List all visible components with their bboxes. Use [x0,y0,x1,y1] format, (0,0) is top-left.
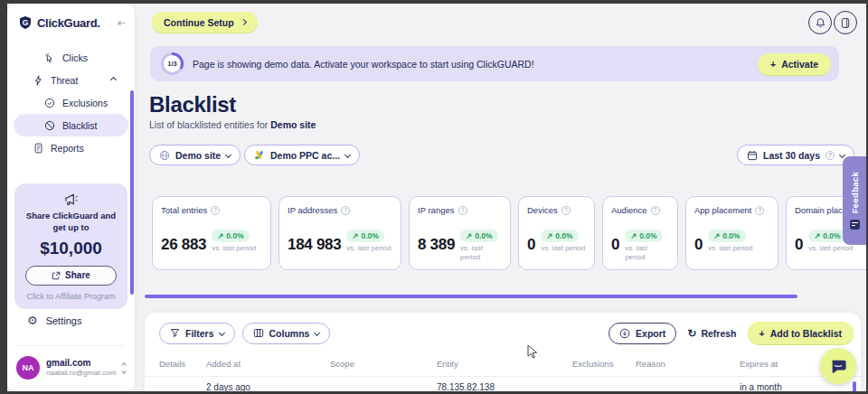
vs-period-label: vs. last period [808,244,853,253]
table-vertical-scrollbar[interactable] [853,381,856,391]
stat-label: IP addresses [288,205,337,215]
col-entity[interactable]: Entity [437,359,572,369]
trend-up-icon: ↗ [546,231,552,240]
sidebar-item-clicks[interactable]: Clicks [14,46,128,69]
chevron-down-icon [314,330,320,336]
continue-setup-button[interactable]: Continue Setup [152,12,258,33]
shield-logo-icon: G [18,15,33,30]
sidebar-divider [18,345,124,346]
trend-up-icon: ↗ [814,231,820,240]
stat-card-devices: Devices? 0 ↗0.0%vs. last period [518,196,595,270]
share-button[interactable]: Share [25,266,117,286]
cell-expires-at: in a month [740,382,861,391]
guide-button[interactable] [834,11,857,34]
refresh-label: Refresh [701,328,736,339]
refresh-button[interactable]: ↻ Refresh [684,327,740,340]
logo: G ClickGuard. ⇤ [7,4,135,37]
add-to-blacklist-label: Add to Blacklist [770,328,842,339]
sidebar-item-exclusions[interactable]: Exclusions [14,91,128,114]
sidebar-item-threat[interactable]: Threat [14,69,128,91]
globe-icon [159,150,170,161]
book-icon [840,17,851,29]
help-icon[interactable]: ? [755,206,764,215]
trend-badge: ↗0.0% [541,230,579,242]
stat-card-app-placement: App placement? 0 ↗0.0%vs. last period [685,196,778,270]
trend-badge: ↗0.0% [625,230,663,242]
cell-entity: 78.135.82.138 [437,382,572,391]
filters-button[interactable]: Filters [159,323,235,344]
lightning-icon [33,75,43,86]
trend-up-icon: ↗ [217,231,223,240]
feedback-tab[interactable]: Feedback [843,156,866,245]
sidebar-item-blacklist[interactable]: Blacklist [14,114,128,136]
table-row[interactable]: 2 days ago 78.135.82.138 in a month [145,382,861,391]
export-label: Export [636,328,665,339]
check-circle-icon [44,98,55,108]
col-scope[interactable]: Scope [330,359,437,369]
chat-bubble-icon [829,358,847,375]
filters-label: Filters [185,328,214,339]
sidebar-item-reports[interactable]: Reports [14,136,128,159]
stats-cards-row: Total entries? 26 883 ↗0.0%vs. last peri… [152,196,866,270]
ppc-account-selector[interactable]: Demo PPC ac... [244,145,360,165]
chevron-down-icon [344,152,351,158]
blacklist-table-card: Filters Columns Export [145,313,861,391]
sidebar-item-settings[interactable]: ⚙ Settings [7,314,135,326]
chevron-up-icon[interactable] [110,77,117,83]
stat-label: Devices [527,205,558,215]
trend-badge: ↗0.0% [346,230,384,242]
export-button[interactable]: Export [609,323,676,344]
megaphone-icon [63,192,79,206]
user-meta: gmail.com naatali.ro@gmail.com [46,358,116,379]
sidebar-item-label: Clicks [62,52,88,63]
trend-badge: ↗0.0% [460,230,498,242]
help-icon[interactable]: ? [211,206,220,215]
share-button-label: Share [65,270,90,280]
help-icon[interactable]: ? [458,206,467,215]
download-icon [619,328,630,339]
banner-message: Page is showing demo data. Activate your… [193,59,534,70]
trend-badge: ↗0.0% [808,230,846,242]
user-menu-toggle-icon[interactable] [122,363,126,373]
google-ads-icon [254,150,265,160]
settings-label: Settings [46,315,82,326]
chat-launcher-button[interactable] [820,348,856,384]
cards-horizontal-scrollbar[interactable] [145,295,797,298]
feedback-survey-icon [850,220,860,230]
stat-label: Total entries [161,205,207,215]
sidebar-item-label: Reports [51,143,84,154]
affiliate-promo-card[interactable]: Share ClickGuard and get up to $10,000 S… [14,183,127,309]
setup-progress-ring: 1/3 [161,52,184,75]
continue-setup-label: Continue Setup [164,17,234,28]
chevron-down-icon [218,330,224,336]
collapse-sidebar-icon[interactable]: ⇤ [118,17,126,29]
activate-button[interactable]: + Activate [758,53,831,75]
stat-label: App placement [694,205,751,215]
col-details[interactable]: Details [159,359,206,369]
help-icon[interactable]: ? [341,206,350,215]
vs-period-label: vs. last period [346,244,391,253]
help-icon[interactable]: ? [561,206,571,215]
col-exclusions[interactable]: Exclusions [572,359,636,369]
add-to-blacklist-button[interactable]: + Add to Blacklist [748,322,854,344]
sidebar-item-label: Blacklist [62,120,98,131]
date-range-selector[interactable]: Last 30 days ? [737,145,854,165]
app-window: G ClickGuard. ⇤ Clicks Threat [0,0,868,394]
columns-button[interactable]: Columns [242,323,331,344]
site-selector[interactable]: Demo site [149,145,241,165]
user-menu[interactable]: NA gmail.com naatali.ro@gmail.com [7,356,135,380]
document-icon [33,143,43,154]
help-icon[interactable]: ? [651,206,660,215]
promo-line-1: Share ClickGuard and [20,210,122,221]
notifications-button[interactable] [808,11,832,34]
sidebar-scrollbar[interactable] [130,90,134,295]
col-reason[interactable]: Reason [636,359,740,369]
setup-progress-value: 1/3 [164,55,181,72]
page-title: Blacklist [149,92,236,117]
vs-period-label: vs. last period [625,244,669,262]
refresh-icon: ↻ [687,327,696,340]
col-added-at[interactable]: Added at [206,359,330,369]
chevron-right-icon [241,19,247,25]
promo-line-2: get up to [20,221,122,233]
stat-card-total-entries: Total entries? 26 883 ↗0.0%vs. last peri… [152,196,271,270]
